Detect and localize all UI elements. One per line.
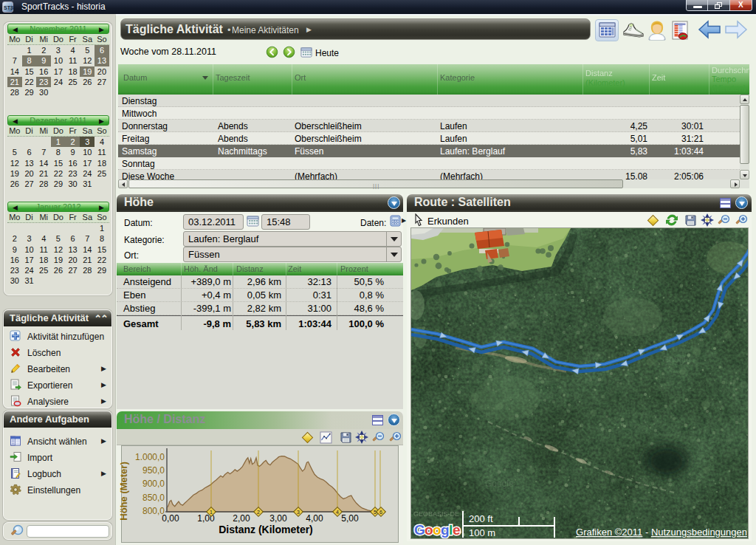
svg-text:GEOBASIS-DE: GEOBASIS-DE (413, 510, 459, 518)
svg-text:Google: Google (485, 479, 514, 489)
svg-text:4,00: 4,00 (306, 513, 323, 524)
svg-text:4: 4 (336, 510, 339, 515)
svg-text:Höhe (Meter): Höhe (Meter) (118, 462, 129, 520)
svg-text:o: o (425, 522, 433, 538)
svg-text:1.000,0: 1.000,0 (135, 452, 165, 462)
svg-text:900,0: 900,0 (142, 479, 165, 489)
svg-text:Distanz (Kilometer): Distanz (Kilometer) (219, 524, 313, 535)
svg-text:850,0: 850,0 (142, 493, 165, 503)
svg-text:950,0: 950,0 (142, 465, 165, 476)
svg-text:o: o (433, 522, 441, 538)
svg-text:200 ft: 200 ft (469, 513, 493, 524)
svg-text:Grafiken ©2011 - Nutzungsbedin: Grafiken ©2011 - Nutzungsbedingungen (576, 527, 747, 538)
svg-text:2: 2 (257, 510, 260, 515)
svg-text:Google: Google (470, 289, 499, 300)
svg-text:3,00: 3,00 (269, 513, 287, 524)
svg-text:e: e (453, 522, 461, 538)
svg-text:g: g (441, 522, 450, 538)
svg-text:6: 6 (379, 510, 382, 515)
svg-text:G: G (414, 522, 425, 538)
svg-text:1: 1 (210, 510, 213, 515)
svg-text:0,00: 0,00 (162, 513, 179, 524)
svg-text:5,00: 5,00 (341, 513, 359, 524)
svg-text:100 m: 100 m (469, 527, 495, 538)
svg-text:3: 3 (297, 510, 300, 515)
svg-text:Google: Google (662, 354, 691, 365)
svg-text:2,00: 2,00 (233, 513, 250, 524)
